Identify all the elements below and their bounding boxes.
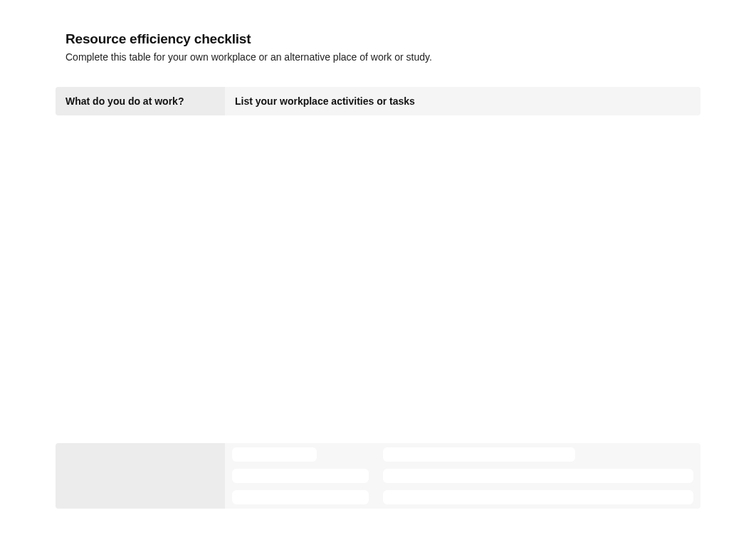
placeholder-bar: [383, 469, 693, 483]
bottom-mid-cell: [225, 443, 376, 509]
bottom-left-cell: [56, 443, 225, 509]
page-title: Resource efficiency checklist: [56, 31, 700, 47]
page-subtitle: Complete this table for your own workpla…: [56, 51, 700, 63]
table-header-list-activities: List your workplace activities or tasks: [225, 87, 700, 115]
placeholder-bar: [383, 490, 693, 504]
table-header-row: What do you do at work? List your workpl…: [56, 87, 700, 115]
bottom-right-cell: [376, 443, 700, 509]
table-body-empty-area: [56, 115, 700, 443]
placeholder-bar: [383, 447, 575, 462]
placeholder-bar: [232, 490, 369, 504]
table-header-what-do-you-do: What do you do at work?: [56, 87, 225, 115]
bottom-placeholder-row: [56, 443, 700, 509]
placeholder-bar: [232, 447, 317, 462]
placeholder-bar: [232, 469, 369, 483]
